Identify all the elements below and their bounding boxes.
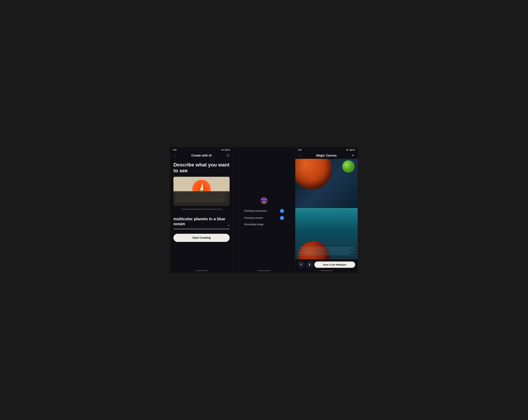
bird-2: ⌒ [192, 180, 193, 182]
screen-create-ai: 2:23 ✱ ▾ ▐ 27% ← Create with AI ⓘ Descri… [170, 147, 233, 273]
check-icon-connection: ✓ [280, 209, 284, 213]
status-time-1: 2:23 [173, 149, 177, 151]
bluetooth-icon-3: ✱ [347, 149, 348, 151]
headline-text: Describe what you want to see [170, 159, 233, 175]
sailboat [198, 183, 204, 192]
input-underline [173, 229, 230, 229]
battery-level-1: 27% [227, 149, 230, 151]
home-indicator-1 [170, 270, 233, 273]
bird-1: ⌒ [183, 181, 184, 183]
check-label-content: Checking content [244, 216, 263, 219]
status-bar-3: 2:23 ✱ ▾ ▐ 27% [295, 147, 358, 152]
bird-6: ⌒ [216, 181, 218, 182]
home-indicator-3 [295, 270, 358, 273]
back-button-1[interactable]: ← [173, 153, 177, 158]
canvas-image [295, 159, 358, 259]
check-icon-content: ✓ [280, 216, 284, 220]
check-item-generating: Generating image [244, 221, 284, 227]
canvas-top-half [295, 159, 358, 209]
check-label-generating: Generating image [244, 223, 264, 226]
top-bar-3: ← Magic Canvas ✕ [295, 152, 358, 159]
close-button-3[interactable]: ✕ [351, 153, 355, 158]
info-button-1[interactable]: ⓘ [226, 153, 230, 158]
bluetooth-icon: ✱ [221, 149, 223, 151]
ocean-waves [295, 247, 358, 259]
canvas-bottom-half [295, 209, 358, 259]
check-item-connection: Checking connection ✓ [244, 207, 284, 215]
planet-green [342, 160, 355, 173]
save-wallpaper-button[interactable]: Save & Set Wallpaper [314, 261, 355, 268]
page-title-1: Create with AI [192, 154, 212, 157]
action-bar: ↻ ⬇ Save & Set Wallpaper [295, 259, 358, 270]
loading-content: Checking connection ✓ Checking content ✓… [233, 152, 295, 270]
battery-level-3: 27% [352, 149, 355, 151]
input-text[interactable]: multicolor planets in a blue ocean [173, 216, 228, 227]
ai-logo [258, 194, 270, 207]
check-label-connection: Checking connection [244, 210, 267, 212]
start-creating-button[interactable]: Start Creating [173, 234, 230, 242]
bird-5: ⌒ [219, 184, 221, 185]
screen-magic-canvas: 2:23 ✱ ▾ ▐ 27% ← Magic Canvas ✕ [295, 147, 358, 273]
back-button-3[interactable]: ← [298, 153, 302, 158]
top-bar-1: ← Create with AI ⓘ [170, 152, 233, 159]
input-row: multicolor planets in a blue ocean ✏ [173, 216, 230, 228]
image-caption: A hand-drawn sailboat circled by birds o… [170, 207, 233, 211]
status-icons-3: ✱ ▾ ▐ 27% [347, 149, 355, 151]
preview-image: ⌒ ⌒ ⌒ ⌒ ⌒ ⌒ ⌒ [173, 177, 230, 206]
check-list: Checking connection ✓ Checking content ✓… [244, 207, 284, 227]
download-button[interactable]: ⬇ [306, 261, 313, 268]
home-bar-2 [258, 270, 270, 271]
edit-icon[interactable]: ✏ [228, 224, 230, 227]
page-title-3: Magic Canvas [316, 154, 336, 157]
status-bar-2 [233, 147, 295, 152]
status-time-3: 2:23 [298, 149, 301, 151]
status-icons-1: ✱ ▾ ▐ 27% [221, 149, 230, 151]
wifi-icon: ▾ [224, 149, 224, 151]
home-indicator-2 [233, 270, 295, 273]
check-item-content: Checking content ✓ [244, 215, 284, 221]
signal-icon: ▐ [225, 149, 226, 151]
status-bar-1: 2:23 ✱ ▾ ▐ 27% [170, 147, 233, 152]
home-bar-3 [320, 270, 333, 271]
refresh-button[interactable]: ↻ [298, 261, 304, 268]
input-area: multicolor planets in a blue ocean ✏ [170, 214, 233, 229]
home-bar-1 [195, 270, 208, 271]
scene-water [173, 191, 230, 206]
wifi-icon-3: ▾ [348, 149, 349, 151]
screen-loading: Checking connection ✓ Checking content ✓… [233, 147, 295, 273]
signal-icon-3: ▐ [350, 149, 351, 151]
bird-4: ⌒ [210, 179, 212, 181]
